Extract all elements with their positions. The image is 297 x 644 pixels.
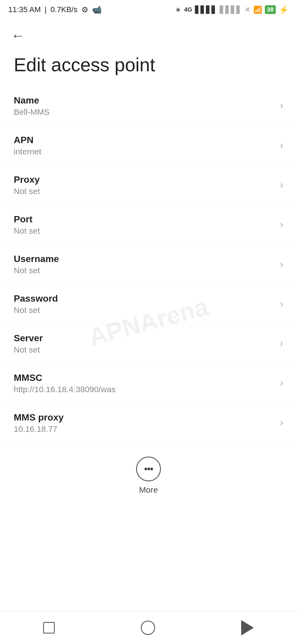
more-button[interactable]: ••• xyxy=(136,457,161,481)
settings-item-apn[interactable]: APN internet › xyxy=(0,126,297,165)
settings-item-proxy[interactable]: Proxy Not set › xyxy=(0,165,297,205)
nav-back-button[interactable] xyxy=(241,620,254,635)
status-left: 11:35 AM | 0.7KB/s ⚙ 📹 xyxy=(8,5,102,14)
chevron-right-icon: › xyxy=(280,219,283,230)
signal-x-icon: ✕ xyxy=(244,6,251,14)
status-right: ∗ 4G ▋▋▋▋ ▋▋▋▋ ✕ 📶 38 ⚡ xyxy=(175,5,289,15)
settings-item-mmsc[interactable]: MMSC http://10.16.18.4:38090/was › xyxy=(0,364,297,403)
more-label: More xyxy=(139,485,158,495)
settings-item-value: Not set xyxy=(14,266,59,275)
speed-display: | xyxy=(45,5,46,14)
chevron-right-icon: › xyxy=(280,179,283,191)
settings-item-value: Bell-MMS xyxy=(14,107,50,117)
settings-item-label: Password xyxy=(14,293,58,304)
nav-bar xyxy=(0,611,297,644)
chevron-right-icon: › xyxy=(280,338,283,349)
signal-4g-icon: 4G xyxy=(184,6,192,13)
back-button[interactable]: ← xyxy=(11,28,25,43)
settings-item-content: Password Not set xyxy=(14,293,58,315)
settings-item-content: APN internet xyxy=(14,135,41,156)
settings-item-name[interactable]: Name Bell-MMS › xyxy=(0,86,297,126)
nav-home-button[interactable] xyxy=(141,621,155,635)
settings-item-label: Username xyxy=(14,253,59,264)
page-title: Edit access point xyxy=(0,46,297,86)
settings-item-value: Not set xyxy=(14,305,58,315)
settings-item-content: Name Bell-MMS xyxy=(14,95,50,117)
nav-back-icon xyxy=(241,620,254,635)
signal-bars-icon: ▋▋▋▋ xyxy=(195,6,217,14)
settings-icon: ⚙ xyxy=(81,5,88,14)
back-arrow-icon: ← xyxy=(11,28,25,43)
settings-item-mms-proxy[interactable]: MMS proxy 10.16.18.77 › xyxy=(0,403,297,443)
settings-item-value: http://10.16.18.4:38090/was xyxy=(14,385,116,394)
settings-item-value: Not set xyxy=(14,187,40,196)
nav-home-icon xyxy=(141,621,155,635)
settings-item-password[interactable]: Password Not set › xyxy=(0,284,297,324)
wifi-icon: 📶 xyxy=(253,6,262,14)
settings-item-content: Username Not set xyxy=(14,253,59,275)
settings-item-value: Not set xyxy=(14,226,40,236)
chevron-right-icon: › xyxy=(280,298,283,310)
network-speed: 0.7KB/s xyxy=(51,5,78,14)
status-bar: 11:35 AM | 0.7KB/s ⚙ 📹 ∗ 4G ▋▋▋▋ ▋▋▋▋ ✕ … xyxy=(0,0,297,19)
settings-item-server[interactable]: Server Not set › xyxy=(0,324,297,364)
chevron-right-icon: › xyxy=(280,417,283,429)
settings-item-content: MMSC http://10.16.18.4:38090/was xyxy=(14,372,116,394)
settings-item-label: Port xyxy=(14,214,40,225)
time-display: 11:35 AM xyxy=(8,5,41,14)
settings-item-label: MMSC xyxy=(14,372,116,383)
settings-item-value: internet xyxy=(14,147,41,156)
video-icon: 📹 xyxy=(92,5,102,14)
settings-item-label: MMS proxy xyxy=(14,412,64,423)
chevron-right-icon: › xyxy=(280,258,283,270)
chevron-right-icon: › xyxy=(280,100,283,111)
nav-recents-button[interactable] xyxy=(43,622,55,634)
chevron-right-icon: › xyxy=(280,377,283,389)
signal-bars2-icon: ▋▋▋▋ xyxy=(220,6,242,14)
settings-item-label: Proxy xyxy=(14,174,40,185)
settings-item-content: Server Not set xyxy=(14,333,43,354)
settings-item-value: 10.16.18.77 xyxy=(14,424,64,434)
settings-item-value: Not set xyxy=(14,345,43,354)
more-dots-icon: ••• xyxy=(144,464,153,474)
settings-item-label: Name xyxy=(14,95,50,106)
charging-icon: ⚡ xyxy=(279,5,289,15)
settings-item-label: Server xyxy=(14,333,43,343)
nav-recents-icon xyxy=(43,622,55,634)
settings-item-content: Proxy Not set xyxy=(14,174,40,196)
battery-icon: 38 xyxy=(265,5,276,14)
chevron-right-icon: › xyxy=(280,140,283,151)
bluetooth-icon: ∗ xyxy=(175,6,181,14)
top-bar: ← xyxy=(0,19,297,46)
more-section: ••• More xyxy=(0,443,297,503)
settings-item-port[interactable]: Port Not set › xyxy=(0,205,297,245)
settings-item-content: MMS proxy 10.16.18.77 xyxy=(14,412,64,434)
settings-item-content: Port Not set xyxy=(14,214,40,236)
settings-item-username[interactable]: Username Not set › xyxy=(0,245,297,284)
settings-item-label: APN xyxy=(14,135,41,145)
settings-list: Name Bell-MMS › APN internet › Proxy Not… xyxy=(0,86,297,443)
